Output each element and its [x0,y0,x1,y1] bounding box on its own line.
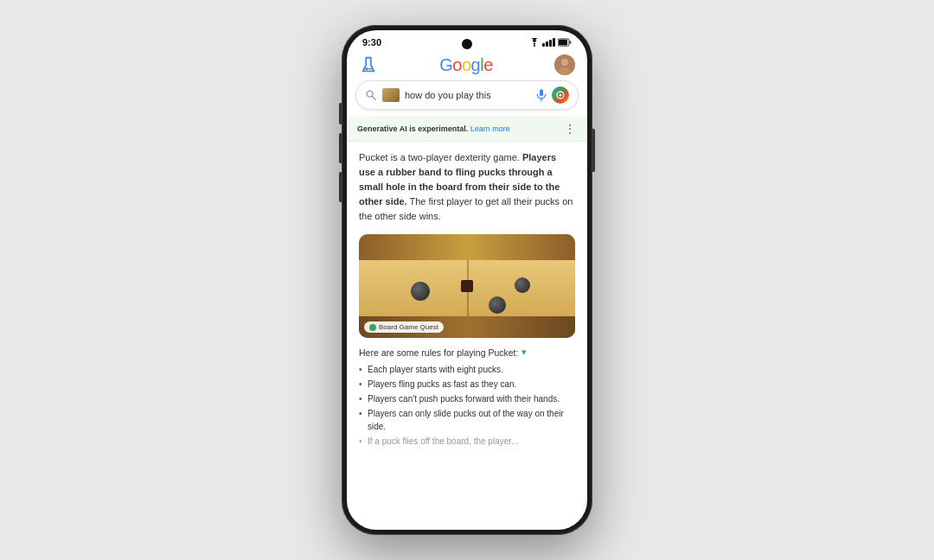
svg-point-6 [561,59,568,66]
rules-section: Here are some rules for playing Pucket: … [347,347,587,530]
rules-list: Each player starts with eight pucks.Play… [359,363,575,448]
rule-item: Players fling pucks as fast as they can. [359,378,575,391]
video-source-badge: Board Game Quest [364,321,444,333]
power-button [592,129,595,172]
battery-icon [558,38,572,47]
video-thumbnail[interactable]: Board Game Quest [359,234,575,338]
voice-search-icon[interactable] [534,88,548,102]
phone-frame: 9:30 [342,25,592,535]
ai-experimental-label: Generative AI is experimental. [357,124,468,133]
phone-screen: 9:30 [347,30,587,530]
learn-more-link[interactable]: Learn more [470,124,510,133]
search-bar[interactable]: how do you play this [355,80,579,110]
search-image-thumbnail [382,88,400,102]
rules-header-text: Here are some rules for playing Pucket: [359,347,518,358]
rules-header: Here are some rules for playing Pucket: … [359,347,575,358]
description-intro: Pucket is a two-player dexterity game. [359,152,522,162]
signal-icon [542,38,555,47]
svg-rect-2 [559,40,567,45]
rule-item: Each player starts with eight pucks. [359,363,575,376]
rule-item: If a puck flies off the board, the playe… [359,435,575,448]
search-icon [365,89,377,101]
wifi-icon [529,38,540,47]
rules-chevron-icon[interactable]: ▾ [521,347,527,358]
content-area: Generative AI is experimental. Learn mor… [347,117,587,530]
volume-down-button [339,172,342,202]
volume-up-button [339,133,342,163]
rule-item: Players can only slide pucks out of the … [359,407,575,433]
status-icons [529,38,572,47]
svg-line-9 [372,96,375,99]
labs-icon[interactable] [359,55,378,74]
camera [462,39,472,49]
google-logo: Google [439,55,493,75]
svg-point-13 [560,94,562,97]
lens-icon[interactable] [552,86,569,104]
video-source-label: Board Game Quest [379,323,438,331]
ai-banner: Generative AI is experimental. Learn mor… [347,117,587,142]
app-header: Google [347,51,587,80]
board-top [359,234,575,260]
search-query: how do you play this [405,90,531,100]
svg-point-4 [369,70,371,72]
source-dot [369,324,376,331]
ai-banner-text: Generative AI is experimental. Learn mor… [357,124,510,133]
description-text: Pucket is a two-player dexterity game. P… [359,150,575,224]
description-section: Pucket is a two-player dexterity game. P… [347,142,587,231]
status-time: 9:30 [362,37,381,48]
svg-rect-10 [540,89,543,96]
svg-point-0 [534,45,535,47]
svg-point-3 [366,67,368,70]
rule-item: Players can't push pucks forward with th… [359,392,575,405]
avatar[interactable] [554,54,575,75]
board-hole [461,280,473,292]
more-options-button[interactable]: ⋮ [564,122,577,136]
mute-button [339,103,342,124]
